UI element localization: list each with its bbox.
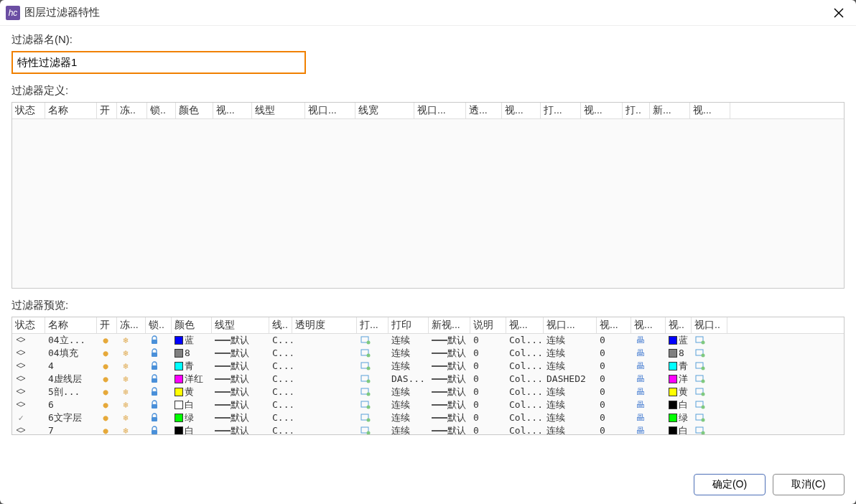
check-icon: ✓	[15, 413, 27, 423]
table-row[interactable]: 04填充●❄8 默认C...连续 默认0Col...连续0🖶8	[12, 347, 844, 360]
sun-icon: ●	[100, 374, 111, 384]
lock-icon	[149, 387, 160, 397]
column-header[interactable]: 视...	[690, 103, 730, 118]
snowflake-icon: ❄	[120, 348, 131, 358]
close-icon	[834, 8, 844, 18]
printer-icon: 🖶	[634, 426, 646, 435]
viewport-icon	[360, 400, 371, 410]
filter-preview-grid[interactable]: 状态名称开冻...锁..颜色线型线..透明度打...打印新视...说明视...视…	[11, 317, 845, 435]
line-icon	[215, 365, 231, 367]
column-header[interactable]: 视...	[631, 317, 666, 333]
column-header[interactable]: 线型	[252, 103, 305, 118]
content-area: 过滤器名(N): 过滤器定义: 状态名称开冻..锁..颜色视...线型视口...…	[0, 26, 856, 467]
preview-body: 04立...●❄蓝 默认C...连续 默认0Col...连续0🖶蓝04填充●❄8…	[12, 334, 844, 435]
column-header[interactable]: 打印	[389, 317, 429, 333]
column-header[interactable]: 状态	[12, 103, 45, 118]
column-header[interactable]: 透...	[466, 103, 502, 118]
ok-button[interactable]: 确定(O)	[694, 474, 766, 495]
sun-icon: ●	[100, 426, 111, 435]
column-header[interactable]: 视...	[597, 317, 631, 333]
svg-point-6	[702, 341, 705, 345]
column-header[interactable]: 视...	[506, 317, 544, 333]
column-header[interactable]: 颜色	[172, 317, 212, 333]
filter-name-input[interactable]	[11, 51, 306, 74]
svg-point-26	[702, 393, 705, 396]
lock-icon	[149, 361, 160, 371]
svg-point-16	[702, 367, 705, 370]
column-header[interactable]: 说明	[470, 317, 506, 333]
column-header[interactable]: 锁..	[146, 317, 172, 333]
column-header[interactable]: 视...	[213, 103, 252, 118]
svg-point-31	[702, 406, 705, 409]
table-row[interactable]: 5剖...●❄黄 默认C...连续 默认0Col...连续0🖶黄	[12, 386, 844, 398]
table-row[interactable]: ✓6文字层●❄绿 默认C...连续 默认0Col...连续0🖶绿	[12, 411, 844, 424]
column-header[interactable]: 视...	[502, 103, 541, 118]
column-header[interactable]: 线宽	[355, 103, 414, 118]
line-icon	[432, 365, 447, 367]
column-header[interactable]: 打..	[623, 103, 650, 118]
printer-icon: 🖶	[634, 374, 646, 384]
column-header[interactable]: 视..	[666, 317, 692, 333]
line-icon	[432, 391, 447, 393]
viewport-icon	[360, 361, 371, 371]
line-icon	[215, 340, 231, 341]
column-header[interactable]: 透明度	[292, 317, 357, 333]
column-header[interactable]: 线型	[212, 317, 269, 333]
dialog-window: hc 图层过滤器特性 过滤器名(N): 过滤器定义: 状态名称开冻..锁..颜色…	[0, 0, 856, 504]
line-icon	[432, 404, 447, 406]
line-icon	[215, 353, 231, 354]
app-icon: hc	[6, 6, 20, 20]
column-header[interactable]: 新视...	[429, 317, 470, 333]
svg-point-29	[367, 406, 371, 409]
column-header[interactable]: 视口..	[692, 317, 727, 333]
viewport-icon	[694, 426, 706, 435]
column-header[interactable]: 名称	[45, 103, 97, 118]
close-button[interactable]	[827, 3, 850, 23]
svg-point-14	[367, 367, 371, 370]
cancel-button[interactable]: 取消(C)	[773, 474, 845, 495]
svg-point-11	[702, 354, 705, 358]
column-header[interactable]: 新...	[650, 103, 690, 118]
table-row[interactable]: 6●❄白 默认C...连续 默认0Col...连续0🖶白	[12, 398, 844, 411]
viewport-icon	[694, 413, 706, 423]
snowflake-icon: ❄	[120, 387, 131, 397]
column-header[interactable]: 冻...	[117, 317, 146, 333]
filter-def-grid[interactable]: 状态名称开冻..锁..颜色视...线型视口...线宽视口...透...视...打…	[11, 102, 845, 289]
column-header[interactable]: 开	[97, 317, 117, 333]
svg-point-34	[367, 419, 371, 422]
column-header[interactable]: 视口...	[305, 103, 355, 118]
column-header[interactable]: 视口...	[414, 103, 466, 118]
lock-icon	[149, 413, 160, 423]
column-header[interactable]: 打...	[357, 317, 389, 333]
layer-icon	[15, 426, 27, 435]
line-icon	[215, 391, 231, 393]
filter-preview-label: 过滤器预览:	[11, 299, 845, 312]
viewport-icon	[360, 387, 371, 397]
column-header[interactable]: 锁..	[147, 103, 176, 118]
column-header[interactable]: 开	[97, 103, 117, 118]
line-icon	[215, 378, 231, 380]
table-row[interactable]: 04立...●❄蓝 默认C...连续 默认0Col...连续0🖶蓝	[12, 334, 844, 347]
layer-icon	[15, 400, 27, 410]
svg-rect-37	[152, 430, 157, 434]
column-header[interactable]: 状态	[12, 317, 45, 333]
column-header[interactable]: 打...	[541, 103, 581, 118]
viewport-icon	[360, 413, 371, 423]
snowflake-icon: ❄	[120, 374, 131, 384]
table-row[interactable]: 4●❄青 默认C...连续 默认0Col...连续0🖶青	[12, 360, 844, 373]
viewport-icon	[694, 374, 706, 384]
column-header[interactable]: 视口...	[544, 317, 597, 333]
column-header[interactable]: 冻..	[117, 103, 147, 118]
column-header[interactable]: 颜色	[176, 103, 213, 118]
svg-point-36	[702, 419, 705, 422]
column-header[interactable]: 视...	[581, 103, 623, 118]
svg-rect-32	[152, 417, 157, 421]
column-header[interactable]: 名称	[45, 317, 97, 333]
svg-rect-2	[152, 340, 157, 344]
table-row[interactable]: 7●❄白 默认C...连续 默认0Col...连续0🖶白	[12, 424, 844, 435]
lock-icon	[149, 400, 160, 410]
viewport-icon	[360, 348, 371, 358]
column-header[interactable]: 线..	[269, 317, 292, 333]
table-row[interactable]: 4虚线层●❄洋红 默认C...DAS... 默认0Col...DASHED20🖶…	[12, 373, 844, 386]
sun-icon: ●	[100, 400, 111, 410]
